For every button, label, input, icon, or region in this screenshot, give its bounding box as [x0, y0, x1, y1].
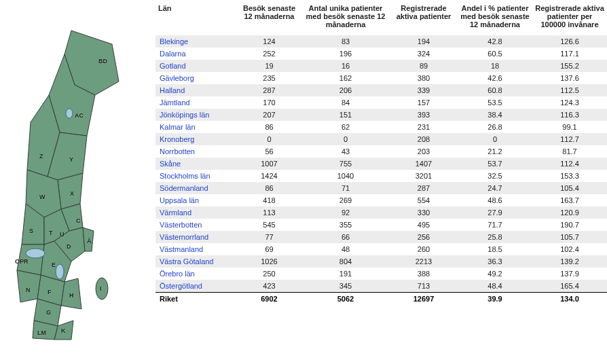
map-svg: [7, 27, 143, 353]
cell-lan[interactable]: Stockholms län: [155, 170, 237, 182]
table-row: Jönköpings län20715139338.4116.3: [155, 109, 607, 121]
cell-v3: 208: [390, 133, 458, 145]
cell-v2: 43: [301, 145, 390, 158]
cell-lan[interactable]: Västra Götaland: [155, 255, 237, 268]
cell-lan[interactable]: Dalarna: [155, 48, 237, 60]
cell-lan[interactable]: Halland: [155, 84, 237, 96]
cell-v3: 89: [390, 60, 458, 72]
cell-v1-total: 6902: [237, 293, 301, 306]
cell-v3: 330: [390, 206, 458, 219]
cell-v2: 162: [301, 72, 390, 84]
cell-v1: 0: [237, 133, 301, 145]
table-row: Gävleborg23516238042.6137.6: [155, 72, 607, 84]
cell-v2: 191: [301, 268, 390, 280]
cell-v1: 1026: [237, 255, 301, 268]
cell-lan[interactable]: Kalmar län: [155, 121, 237, 133]
cell-v5: 137.9: [532, 268, 607, 280]
cell-lan[interactable]: Värmland: [155, 206, 237, 219]
cell-v4: 18.5: [458, 243, 532, 255]
sweden-map: BD AC Z Y X W S C T U D Ä E OPR F H N G …: [7, 27, 143, 353]
cell-v4: 48.6: [458, 194, 532, 206]
cell-v2: 345: [301, 280, 390, 293]
cell-v5: 163.7: [532, 194, 607, 206]
cell-v4: 42.8: [458, 35, 532, 48]
cell-v5: 120.9: [532, 206, 607, 219]
cell-v1: 423: [237, 280, 301, 293]
cell-v2: 71: [301, 182, 390, 194]
cell-lan[interactable]: Blekinge: [155, 35, 237, 48]
county-table: Län Besök senaste 12 månaderna Antal uni…: [155, 0, 607, 305]
cell-lan[interactable]: Västmanland: [155, 243, 237, 255]
cell-v1: 113: [237, 206, 301, 219]
cell-lan[interactable]: Jönköpings län: [155, 109, 237, 121]
cell-lan[interactable]: Uppsala län: [155, 194, 237, 206]
table-row: Västerbotten54535549571.7190.7: [155, 219, 607, 231]
cell-v4: 0: [458, 133, 532, 145]
cell-lan[interactable]: Gotland: [155, 60, 237, 72]
cell-v4: 36.3: [458, 255, 532, 268]
table-row: Halland28720633960.8112.5: [155, 84, 607, 96]
cell-v5: 102.4: [532, 243, 607, 255]
cell-v1: 77: [237, 231, 301, 243]
cell-v1: 252: [237, 48, 301, 60]
cell-v5: 190.7: [532, 219, 607, 231]
cell-v5: 105.4: [532, 182, 607, 194]
cell-v4: 60.8: [458, 84, 532, 96]
cell-v1: 170: [237, 96, 301, 109]
cell-v1: 418: [237, 194, 301, 206]
cell-v1: 86: [237, 182, 301, 194]
table-row: Skåne1007755140753.7112.4: [155, 158, 607, 170]
table-row: Norrbotten564320321.281.7: [155, 145, 607, 158]
cell-v4: 24.7: [458, 182, 532, 194]
table-row: Västernorrland776625625.8105.7: [155, 231, 607, 243]
cell-v4: 49.2: [458, 268, 532, 280]
cell-lan[interactable]: Jämtland: [155, 96, 237, 109]
cell-lan[interactable]: Skåne: [155, 158, 237, 170]
cell-lan[interactable]: Örebro län: [155, 268, 237, 280]
svg-point-1: [26, 249, 45, 258]
table-row: Dalarna25219632460.5117.1: [155, 48, 607, 60]
cell-v5: 137.6: [532, 72, 607, 84]
cell-lan[interactable]: Gävleborg: [155, 72, 237, 84]
cell-v2: 196: [301, 48, 390, 60]
cell-v4: 27.9: [458, 206, 532, 219]
table-row: Kalmar län866223126.899.1: [155, 121, 607, 133]
cell-v3: 194: [390, 35, 458, 48]
cell-v1: 86: [237, 121, 301, 133]
cell-v2: 355: [301, 219, 390, 231]
cell-v4-total: 39.9: [458, 293, 532, 306]
cell-v3: 2213: [390, 255, 458, 268]
cell-v4: 71.7: [458, 219, 532, 231]
cell-lan[interactable]: Norrbotten: [155, 145, 237, 158]
cell-v1: 207: [237, 109, 301, 121]
table-row: Jämtland1708415753.5124.3: [155, 96, 607, 109]
cell-v3: 231: [390, 121, 458, 133]
cell-v1: 235: [237, 72, 301, 84]
cell-v2: 62: [301, 121, 390, 133]
cell-v5: 139.2: [532, 255, 607, 268]
cell-v3: 203: [390, 145, 458, 158]
cell-v2: 0: [301, 133, 390, 145]
col-header-v1: Besök senaste 12 månaderna: [237, 0, 301, 35]
cell-v3: 260: [390, 243, 458, 255]
cell-v2: 16: [301, 60, 390, 72]
cell-v2: 84: [301, 96, 390, 109]
cell-v3-total: 12697: [390, 293, 458, 306]
cell-v4: 25.8: [458, 231, 532, 243]
cell-v1: 287: [237, 84, 301, 96]
table-row: Östergötland42334571348.4165.4: [155, 280, 607, 293]
cell-lan[interactable]: Västerbotten: [155, 219, 237, 231]
cell-v2: 1040: [301, 170, 390, 182]
cell-v1: 124: [237, 35, 301, 48]
cell-v5: 112.5: [532, 84, 607, 96]
table-row: Västra Götaland1026804221336.3139.2: [155, 255, 607, 268]
svg-point-2: [56, 264, 64, 279]
cell-lan[interactable]: Östergötland: [155, 280, 237, 293]
cell-lan[interactable]: Kronoberg: [155, 133, 237, 145]
cell-v3: 380: [390, 72, 458, 84]
cell-lan[interactable]: Södermanland: [155, 182, 237, 194]
table-row: Uppsala län41826955448.6163.7: [155, 194, 607, 206]
cell-v3: 495: [390, 219, 458, 231]
cell-v2-total: 5062: [301, 293, 390, 306]
cell-lan[interactable]: Västernorrland: [155, 231, 237, 243]
